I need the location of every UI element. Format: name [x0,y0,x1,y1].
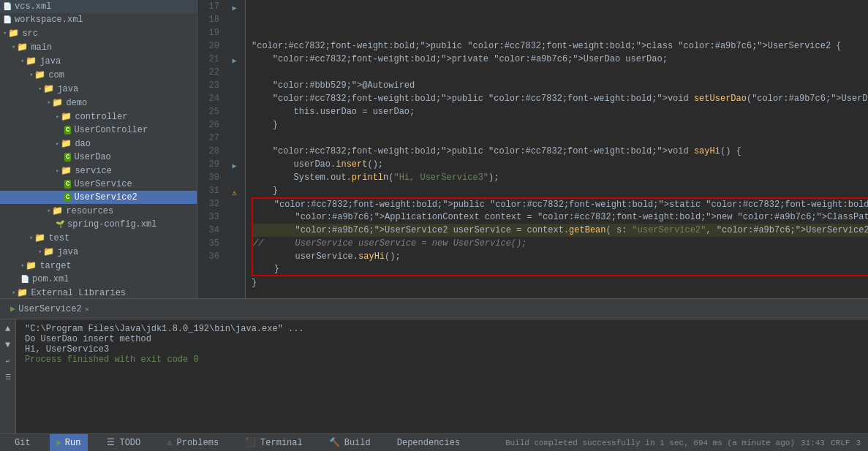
code-line: "color:#a9b7c6;">ApplicationContext cont… [252,211,868,224]
sidebar-item-dao[interactable]: ▸📁dao [0,137,197,151]
code-line: userDao.insert(); [252,158,868,171]
sidebar-item-java[interactable]: ▾📁java [0,82,197,96]
close-icon[interactable]: ✕ [85,305,89,314]
code-line: "color:#cc7832;font-weight:bold;">privat… [252,53,868,66]
footer-bar: Git▶ Run☰ TODO⚠ Problems⬛ Terminal🔨 Buil… [0,433,868,451]
line-gutter: ▶▶▶⚠ [224,0,246,298]
footer-tab-git[interactable]: Git [7,434,38,452]
line-number: 30 [197,171,219,184]
gutter-arrow: ⚠ [232,186,237,199]
sidebar-item-controller[interactable]: ▸📁controller [0,110,197,124]
code-line: "color:#bbb529;">@Autowired [252,79,868,92]
sidebar-item-test[interactable]: ▾📁test [0,231,197,245]
line-number: 26 [197,118,219,132]
sidebar-item-src[interactable]: ▾📁src [0,26,197,40]
run-tab-name[interactable]: UserService2 [18,304,81,314]
line-number: 19 [197,26,219,39]
editor-content: 1718192021222324252627282930313233343536… [197,0,868,298]
gutter-arrow: ▶ [232,159,236,173]
sidebar-item-userdao[interactable]: CUserDao [0,151,197,164]
code-line: "color:#cc7832;font-weight:bold;">public… [252,92,868,105]
code-editor: 1718192021222324252627282930313233343536… [197,0,868,298]
output-line: Do UserDao insert method [25,334,859,344]
sidebar-label: workspace.xml [15,15,83,25]
sidebar-label: dao [75,139,91,149]
code-line: "color:#cc7832;font-weight:bold;">public… [252,145,868,158]
sidebar-item-workspace.xml[interactable]: 📄workspace.xml [0,13,197,26]
footer-tab-terminal[interactable]: ⬛ Terminal [238,434,310,452]
sidebar-label: UserService [74,179,132,189]
line-number: 33 [197,211,219,224]
sidebar-item-userservice[interactable]: CUserService [0,178,197,191]
sidebar-label: java [57,84,78,94]
line-number: 35 [197,237,219,250]
scroll-up-button[interactable]: ▲ [1,322,15,336]
footer-tab-todo[interactable]: ☰ TODO [99,434,148,452]
footer-tab-build[interactable]: 🔨 Build [322,434,378,452]
code-line [252,289,868,298]
output-line: Hi, UserService3 [25,344,859,355]
sidebar-item-java[interactable]: ▾📁java [0,54,197,68]
sidebar-label: UserDao [74,152,110,162]
code-line: userService.sayHi(); [252,250,868,263]
footer-tab-run[interactable]: ▶ Run [50,434,88,452]
line-number: 36 [197,250,219,263]
sidebar-label: UserController [74,125,148,135]
line-ending: CRLF [831,439,850,447]
line-number: 28 [197,145,219,158]
output-line: Process finished with exit code 0 [25,355,859,365]
sidebar-label: controller [75,112,127,122]
sidebar-item-java[interactable]: ▾📁java [0,245,197,259]
line-number: 17 [197,0,219,13]
sidebar-label: pom.xml [32,274,69,284]
sidebar-item-external-libraries[interactable]: ▾📁External Libraries [0,286,197,298]
footer-tab-problems[interactable]: ⚠ Problems [159,434,226,452]
sidebar-item-spring-config.xml[interactable]: 🌱spring-config.xml [0,218,197,231]
line-number: 21 [197,53,219,66]
sidebar-label: target [39,261,71,271]
run-command: "C:\Program Files\Java\jdk1.8.0_192\bin\… [25,324,859,334]
sidebar-label: main [31,42,52,53]
scroll-down-button[interactable]: ▼ [1,338,15,352]
sidebar-item-resources[interactable]: ▾📁resources [0,204,197,218]
code-line [252,66,868,79]
sidebar-label: resources [66,206,113,216]
footer-status: Build completed successfully in 1 sec, 6… [505,439,861,447]
file-tree[interactable]: 📄vcs.xml📄workspace.xml▾📁src▾📁main▾📁java▾… [0,0,197,298]
line-number: 32 [197,197,219,211]
sidebar-label: src [22,29,38,39]
sidebar-label: External Libraries [31,288,126,298]
sidebar-item-service[interactable]: ▸📁service [0,164,197,178]
sidebar-item-main[interactable]: ▾📁main [0,40,197,54]
line-number: 27 [197,132,219,145]
filter-button[interactable]: ☰ [1,371,15,384]
run-side-buttons: ▲ ▼ ↩ ☰ [0,319,16,433]
cursor-position: 31:43 [801,439,825,447]
bottom-panel: ▶ UserService2 ✕ ▲ ▼ ↩ ☰ "C:\Program Fil… [0,298,868,433]
code-line: this.userDao = userDao; [252,105,868,118]
sidebar-item-usercontroller[interactable]: CUserController [0,124,197,137]
code-line: "color:#cc7832;font-weight:bold;">public… [252,197,868,211]
sidebar-label: spring-config.xml [67,219,156,230]
footer-tab-dependencies[interactable]: Dependencies [390,434,467,452]
line-number: 25 [197,105,219,118]
sidebar-label: test [48,233,69,243]
sidebar-label: java [57,247,78,257]
code-line: System.out.println("Hi, UserService3"); [252,171,868,184]
build-status: Build completed successfully in 1 sec, 6… [505,439,795,447]
sidebar-label: vcs.xml [15,1,51,12]
sidebar-item-demo[interactable]: ▾📁demo [0,96,197,110]
indent-size: 3 [856,439,861,447]
sidebar-item-target[interactable]: ▾📁target [0,259,197,273]
code-line [252,132,868,145]
line-number: 34 [197,224,219,237]
sidebar-item-userservice2[interactable]: CUserService2 [0,191,197,204]
wrap-button[interactable]: ↩ [1,355,15,368]
sidebar-item-com[interactable]: ▾📁com [0,68,197,82]
code-line: } [252,118,868,132]
code-lines: "color:#cc7832;font-weight:bold;">public… [246,0,868,298]
line-number: 24 [197,92,219,105]
sidebar-item-pom.xml[interactable]: 📄pom.xml [0,273,197,286]
sidebar-item-vcs.xml[interactable]: 📄vcs.xml [0,0,197,13]
line-number: 20 [197,39,219,53]
